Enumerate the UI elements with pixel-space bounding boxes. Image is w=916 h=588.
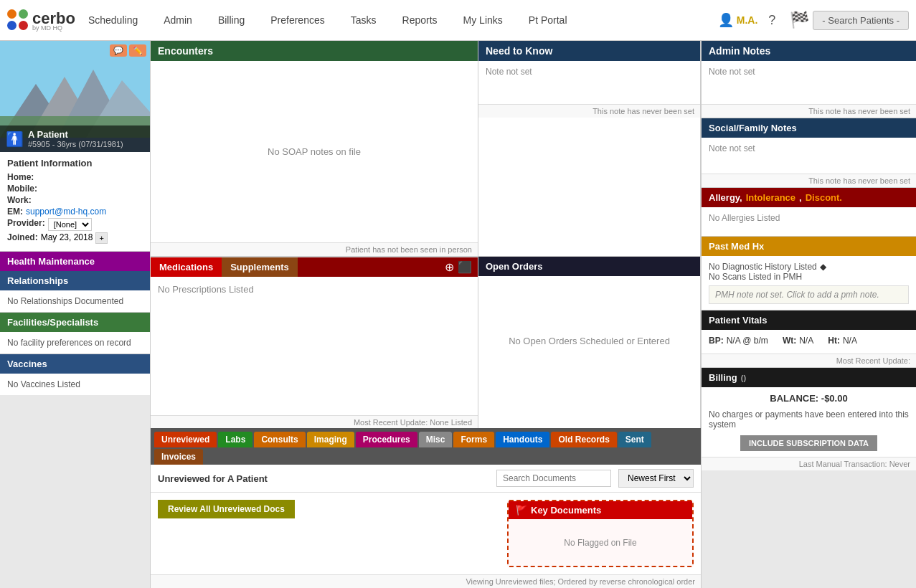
patient-details: #5905 - 36yrs (07/31/1981): [28, 140, 123, 148]
dot-orange: [7, 9, 16, 19]
search-patients-button[interactable]: - Search Patients -: [813, 11, 909, 30]
patient-id: #5905: [28, 140, 50, 148]
need-to-know-footer: This note has never been set: [478, 104, 700, 118]
logo-dots: [7, 9, 29, 31]
vitals-wt: Wt: N/A: [783, 336, 813, 346]
need-to-know-header: Need to Know: [478, 41, 700, 61]
patient-name: A Patient: [28, 129, 123, 140]
facilities-title-bar[interactable]: Facilities/Specialists: [0, 313, 150, 332]
nav-tasks[interactable]: Tasks: [338, 0, 389, 41]
vitals-ht: Ht: N/A: [828, 336, 857, 346]
dot-blue: [7, 21, 16, 30]
help-button[interactable]: ?: [761, 9, 783, 31]
allergy-header: Allergy, Intolerance , Discont.: [702, 188, 916, 207]
nav-admin[interactable]: Admin: [151, 0, 205, 41]
diag-text: No Diagnostic History Listed: [709, 262, 817, 272]
facilities-empty-text: No facility preferences on record: [7, 338, 131, 348]
pmh-note-input[interactable]: PMH note not set. Click to add a pmh not…: [709, 285, 909, 304]
billing-toggle[interactable]: (): [741, 374, 746, 382]
tab-sent[interactable]: Sent: [618, 432, 651, 447]
provider-select[interactable]: [None]: [48, 218, 92, 231]
intolerance-label: Intolerance: [746, 192, 795, 203]
vaccines-title-bar[interactable]: Vaccines: [0, 354, 150, 374]
health-maintenance-section[interactable]: Health Maintenance: [0, 252, 150, 271]
tab-handouts[interactable]: Handouts: [496, 432, 549, 447]
tab-medications[interactable]: Medications: [151, 257, 222, 277]
social-notes-footer: This note has never been set: [702, 174, 916, 187]
review-all-button[interactable]: Review All Unreviewed Docs: [158, 500, 295, 518]
tab-consults[interactable]: Consults: [254, 432, 305, 447]
encounters-footer: Patient has not been seen in person: [151, 242, 478, 256]
open-orders-body: No Open Orders Scheduled or Entered: [478, 276, 700, 405]
nav-reports[interactable]: Reports: [389, 0, 450, 41]
tab-labs[interactable]: Labs: [218, 432, 252, 447]
docs-body: Review All Unreviewed Docs 🚩 Key Documen…: [151, 493, 701, 574]
allergy-panel: Allergy, Intolerance , Discont. No Aller…: [702, 188, 916, 237]
tab-forms[interactable]: Forms: [453, 432, 494, 447]
encounters-panel: Encounters No SOAP notes on file Patient…: [151, 41, 478, 256]
info-provider: Provider: [None]: [7, 218, 143, 231]
billing-header: Billing (): [702, 368, 916, 387]
patient-information-title: Patient Information: [7, 158, 143, 169]
logo-sub: by MD HQ: [32, 24, 75, 32]
tab-supplements[interactable]: Supplements: [222, 257, 298, 277]
billing-footer: Last Manual Transaction: Never: [702, 457, 916, 470]
logo[interactable]: cerbo by MD HQ: [7, 9, 75, 32]
patient-information-section: Patient Information Home: Mobile: Work: …: [0, 152, 150, 252]
info-work: Work:: [7, 195, 143, 205]
include-subscription-button[interactable]: INCLUDE SUBSCRIPTION DATA: [740, 435, 877, 451]
nav-scheduling[interactable]: Scheduling: [75, 0, 151, 41]
vitals-bp: BP: N/A @ b/m: [709, 336, 768, 346]
past-med-panel: Past Med Hx No Diagnostic History Listed…: [702, 237, 916, 310]
medications-footer: Most Recent Update: None Listed: [151, 415, 478, 429]
middle-right-col: Need to Know Note not set This note has …: [478, 41, 701, 256]
nav-preferences[interactable]: Preferences: [258, 0, 337, 41]
past-med-body: No Diagnostic History Listed ◆ No Scans …: [702, 256, 916, 310]
open-orders-header: Open Orders: [478, 257, 700, 276]
nav-user[interactable]: 👤 M.A.: [718, 12, 758, 28]
past-med-summary: No Diagnostic History Listed ◆ No Scans …: [709, 262, 909, 282]
vaccines-empty-text: No Vaccines Listed: [7, 379, 80, 389]
expand-medication-button[interactable]: ⬛: [458, 260, 472, 274]
documents-panel: Unreviewed Labs Consults Imaging Procedu…: [151, 428, 701, 588]
billing-body: BALANCE: -$0.00 No charges or payments h…: [702, 387, 916, 457]
docs-left-area: Review All Unreviewed Docs: [158, 500, 500, 567]
patient-email-link[interactable]: support@md-hq.com: [26, 207, 106, 217]
tab-procedures[interactable]: Procedures: [356, 432, 417, 447]
flag-icon[interactable]: 🏁: [790, 11, 809, 29]
social-notes-header: Social/Family Notes: [702, 118, 916, 138]
medications-body: No Prescriptions Listed: [151, 277, 478, 415]
tab-imaging[interactable]: Imaging: [307, 432, 354, 447]
open-orders-panel: Open Orders No Open Orders Scheduled or …: [478, 257, 701, 428]
tab-invoices[interactable]: Invoices: [154, 449, 203, 465]
patient-edit-icon[interactable]: ✏️: [129, 44, 146, 57]
patient-vitals-body: BP: N/A @ b/m Wt: N/A Ht: N/A: [702, 330, 916, 354]
encounters-header: Encounters: [151, 41, 478, 61]
dot-green: [19, 9, 28, 19]
nav-billing[interactable]: Billing: [205, 0, 258, 41]
tab-old-records[interactable]: Old Records: [551, 432, 616, 447]
docs-tabs-bar: Unreviewed Labs Consults Imaging Procedu…: [151, 428, 701, 465]
docs-sort-select[interactable]: Newest First: [618, 469, 694, 488]
patient-gender-icon: 🚹: [6, 131, 24, 148]
facilities-content: No facility preferences on record: [0, 332, 150, 354]
tab-misc[interactable]: Misc: [419, 432, 453, 447]
add-medication-button[interactable]: ⊕: [445, 260, 454, 274]
ht-value: N/A: [843, 336, 857, 346]
key-docs-title: Key Documents: [531, 505, 601, 516]
nav-mylinks[interactable]: My Links: [450, 0, 516, 41]
info-joined: Joined: May 23, 2018 +: [7, 232, 143, 244]
admin-notes-body: Note not set: [702, 61, 916, 104]
relationships-title-bar[interactable]: Relationships: [0, 271, 150, 290]
relationships-empty-text: No Relationships Documented: [7, 296, 123, 306]
docs-search-input[interactable]: [496, 470, 611, 487]
user-icon: 👤: [718, 12, 734, 28]
nav-ptportal[interactable]: Pt Portal: [516, 0, 580, 41]
key-documents-body: No Flagged on File: [509, 519, 692, 566]
patient-joined-date: May 23, 2018: [41, 232, 93, 244]
add-info-button[interactable]: +: [95, 232, 107, 244]
medications-panel: Medications Supplements ⊕ ⬛ No Prescript…: [151, 257, 478, 429]
patient-message-icon[interactable]: 💬: [110, 44, 127, 57]
vitals-row: BP: N/A @ b/m Wt: N/A Ht: N/A: [709, 336, 909, 346]
tab-unreviewed[interactable]: Unreviewed: [154, 432, 217, 447]
